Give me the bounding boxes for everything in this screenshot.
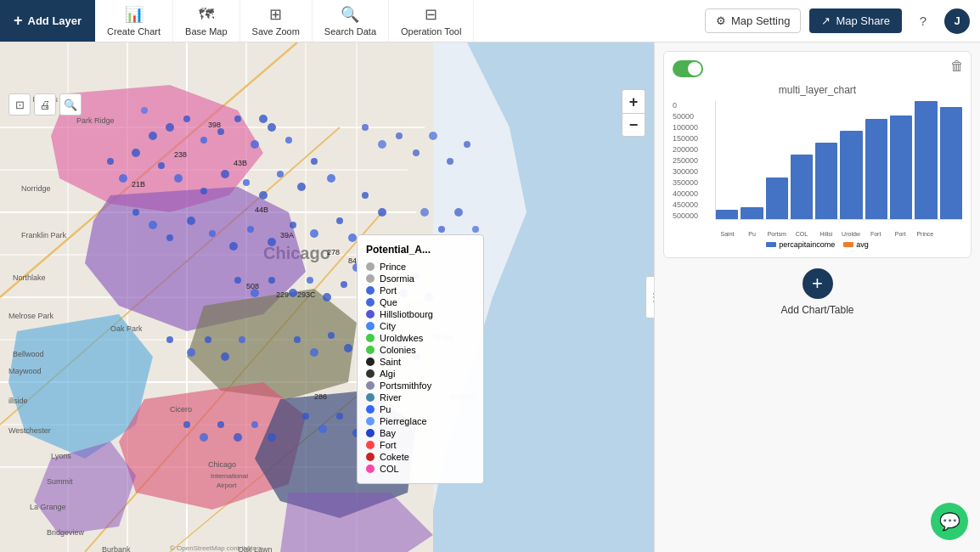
- add-chart-section: + Add Chart/Table: [663, 268, 972, 316]
- map-area[interactable]: Chicago: [0, 42, 654, 552]
- legend-dot: [366, 381, 375, 390]
- map-share-button[interactable]: ↗ Map Share: [809, 8, 902, 33]
- svg-point-98: [205, 336, 211, 343]
- gear-icon: ⚙: [716, 14, 726, 27]
- svg-point-40: [285, 137, 292, 144]
- zoom-in-button[interactable]: +: [622, 89, 645, 113]
- chart-x-labels: SaintPuPortsmCOLHillsiUroldwFortPortPrin…: [715, 231, 962, 237]
- svg-point-55: [149, 221, 157, 229]
- svg-point-101: [183, 421, 190, 428]
- search-map-btn[interactable]: 🔍: [59, 93, 82, 115]
- legend-dot: [366, 417, 375, 425]
- add-layer-button[interactable]: + Add Layer: [0, 0, 95, 42]
- legend-item-label: Portsmithfoy: [380, 380, 431, 391]
- svg-point-42: [107, 158, 114, 165]
- svg-text:International: International: [211, 472, 248, 480]
- svg-point-31: [183, 115, 190, 122]
- operation-icon: ⊟: [425, 5, 437, 24]
- save-zoom-toolbar-item[interactable]: ⊞ Save Zoom: [240, 0, 313, 42]
- legend-percapita: percapitaincome: [766, 240, 835, 249]
- svg-point-91: [318, 425, 327, 433]
- svg-point-105: [251, 421, 258, 428]
- chat-button[interactable]: 💬: [931, 503, 968, 540]
- svg-text:Franklin Park: Franklin Park: [21, 231, 67, 239]
- print-btn[interactable]: 🖨: [34, 93, 56, 115]
- svg-point-52: [311, 158, 318, 165]
- legend-item-label: COL: [380, 464, 399, 474]
- svg-point-58: [209, 230, 216, 237]
- legend-item: Uroldwkes: [366, 332, 475, 344]
- y-label-3: 350000: [673, 178, 715, 187]
- svg-point-82: [294, 336, 301, 343]
- chart-delete-button[interactable]: 🗑: [950, 59, 964, 74]
- svg-point-41: [259, 115, 268, 123]
- chart-toggle[interactable]: [673, 60, 703, 77]
- svg-text:© OpenStreetMap contributors: © OpenStreetMap contributors: [170, 544, 262, 552]
- legend-dot: [366, 405, 375, 414]
- y-label-8: 100000: [673, 123, 715, 132]
- chart-x-label-0: Saint: [715, 231, 740, 237]
- chart-x-label-2: Portsm: [764, 231, 789, 237]
- svg-point-115: [438, 226, 445, 233]
- svg-point-35: [217, 128, 224, 135]
- user-avatar[interactable]: J: [944, 8, 970, 34]
- extent-btn[interactable]: ⊡: [8, 93, 31, 115]
- svg-point-49: [259, 191, 268, 200]
- svg-text:Oak Park: Oak Park: [110, 324, 143, 333]
- map-setting-button[interactable]: ⚙ Map Setting: [705, 8, 801, 33]
- chart-x-label-5: Uroldw: [838, 231, 863, 237]
- svg-point-72: [307, 277, 313, 284]
- svg-point-104: [234, 433, 242, 442]
- svg-point-51: [297, 183, 306, 191]
- search-data-toolbar-item[interactable]: 🔍 Search Data: [313, 0, 389, 42]
- panel-drag-handle[interactable]: ⋮: [645, 276, 654, 318]
- zoom-out-button[interactable]: −: [622, 113, 645, 137]
- y-label-6: 200000: [673, 145, 715, 154]
- toolbar: + Add Layer 📊 Create Chart 🗺 Base Map ⊞ …: [0, 0, 980, 42]
- chat-icon: 💬: [939, 511, 960, 532]
- svg-point-48: [243, 179, 250, 186]
- svg-text:Burbank: Burbank: [102, 545, 131, 552]
- svg-point-56: [166, 234, 173, 241]
- svg-text:Chicago: Chicago: [208, 460, 236, 469]
- y-label-10: 0: [673, 101, 715, 110]
- svg-point-63: [310, 229, 318, 238]
- map-share-label: Map Share: [836, 14, 890, 27]
- create-chart-toolbar-item[interactable]: 📊 Create Chart: [95, 0, 173, 42]
- svg-text:286: 286: [314, 392, 327, 401]
- legend-item: Hillsliotbourg: [366, 308, 475, 320]
- legend-item: Pu: [366, 403, 475, 415]
- legend-item-label: Saint: [380, 357, 401, 367]
- svg-point-60: [247, 226, 254, 233]
- toolbar-right: ⚙ Map Setting ↗ Map Share ? J: [705, 8, 980, 34]
- svg-text:Lyons: Lyons: [51, 452, 71, 460]
- map-minitools: ⊡ 🖨 🔍: [8, 93, 82, 115]
- svg-text:238: 238: [174, 150, 187, 159]
- svg-point-96: [166, 336, 173, 343]
- svg-point-46: [200, 188, 207, 194]
- legend-item-label: City: [380, 321, 396, 331]
- y-label-1: 450000: [673, 200, 715, 209]
- svg-point-30: [166, 123, 174, 132]
- chart-bar-8: [915, 101, 937, 219]
- bar-chart-icon: 📊: [125, 5, 144, 24]
- operation-tool-toolbar-item[interactable]: ⊟ Operation Tool: [389, 0, 474, 42]
- chart-bar-3: [791, 155, 813, 219]
- add-chart-button[interactable]: +: [803, 268, 833, 299]
- legend-popup: Potential_A... PrinceDsormiaPortQueHills…: [357, 234, 484, 484]
- right-panel: 🗑 multi_layer_chart 500000 450000 400000…: [654, 42, 980, 552]
- plus-icon: +: [14, 12, 23, 30]
- base-map-label: Base Map: [185, 26, 228, 37]
- svg-point-116: [454, 208, 463, 217]
- svg-text:278: 278: [327, 248, 340, 256]
- svg-text:illside: illside: [8, 397, 28, 405]
- legend-item: Pierreglace: [366, 415, 475, 427]
- base-map-toolbar-item[interactable]: 🗺 Base Map: [173, 0, 240, 42]
- svg-point-44: [158, 162, 165, 169]
- svg-text:Bridgeview: Bridgeview: [47, 528, 85, 537]
- legend-dot: [366, 393, 375, 402]
- legend-dot: [366, 369, 375, 378]
- help-button[interactable]: ?: [910, 8, 936, 34]
- y-label-5: 250000: [673, 156, 715, 165]
- svg-point-84: [328, 332, 335, 339]
